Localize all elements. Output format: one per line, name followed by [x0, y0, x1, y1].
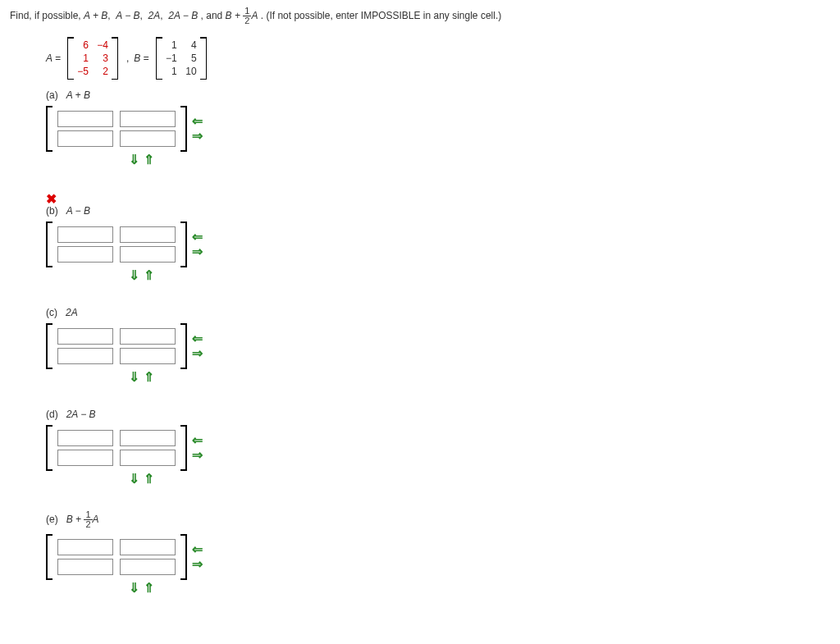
- part-a: (a) A + B ⇐ ⇒ ⇓ ⇑: [46, 89, 830, 167]
- matrix-b-label: B =: [134, 53, 148, 64]
- col-arrows-a[interactable]: ⇐ ⇒: [192, 115, 203, 143]
- remove-row-icon[interactable]: ⇓: [129, 371, 139, 384]
- answer-matrix-c: [46, 323, 187, 369]
- part-e-expr-suffix: A: [93, 514, 99, 525]
- expr-4: 2A − B: [168, 10, 198, 21]
- cell-d-12[interactable]: [120, 430, 176, 446]
- cell-a-11[interactable]: [57, 111, 113, 127]
- row-arrows-e[interactable]: ⇓ ⇑: [128, 582, 830, 595]
- cell-e-21[interactable]: [57, 559, 113, 575]
- cell-c-22[interactable]: [120, 348, 176, 364]
- part-b: (b) A − B ⇐ ⇒ ⇓ ⇑: [46, 205, 830, 282]
- add-col-icon[interactable]: ⇒: [192, 558, 203, 571]
- cell-b-21[interactable]: [57, 246, 113, 263]
- part-a-expr: A + B: [66, 89, 90, 101]
- part-b-expr: A − B: [66, 205, 90, 217]
- row-arrows-a[interactable]: ⇓ ⇑: [128, 153, 830, 167]
- part-e-label: (e): [46, 514, 58, 525]
- part-d: (d) 2A − B ⇐ ⇒ ⇓ ⇑: [46, 409, 830, 486]
- part-d-label: (d): [46, 409, 58, 420]
- fraction-half: 12: [243, 7, 251, 25]
- cell-c-12[interactable]: [120, 328, 176, 345]
- given-matrices: A = 6−4 13 −52 , B = 14 −15 110: [46, 37, 830, 80]
- cell-e-11[interactable]: [57, 539, 113, 555]
- answer-matrix-d: [46, 425, 187, 471]
- cell-b-22[interactable]: [120, 246, 176, 263]
- remove-row-icon[interactable]: ⇓: [129, 582, 139, 595]
- cell-e-22[interactable]: [120, 559, 176, 575]
- expr-1: A + B: [84, 10, 107, 21]
- remove-col-icon[interactable]: ⇐: [192, 115, 203, 128]
- fraction-half-e: 12: [84, 510, 92, 529]
- cell-d-11[interactable]: [57, 430, 113, 446]
- remove-col-icon[interactable]: ⇐: [192, 434, 203, 447]
- answer-matrix-e: [46, 534, 187, 580]
- prompt-and: , and: [201, 10, 226, 21]
- add-col-icon[interactable]: ⇒: [192, 449, 203, 462]
- cell-a-22[interactable]: [120, 130, 176, 147]
- remove-row-icon[interactable]: ⇓: [129, 269, 139, 282]
- part-c: (c) 2A ⇐ ⇒ ⇓ ⇑: [46, 307, 830, 384]
- cell-d-22[interactable]: [120, 450, 176, 466]
- remove-row-icon[interactable]: ⇓: [129, 153, 139, 167]
- cell-b-11[interactable]: [57, 226, 113, 243]
- add-row-icon[interactable]: ⇑: [144, 582, 154, 595]
- remove-row-icon[interactable]: ⇓: [129, 473, 139, 486]
- add-row-icon[interactable]: ⇑: [144, 269, 154, 282]
- part-c-label: (c): [46, 307, 57, 318]
- part-c-expr: 2A: [66, 307, 78, 318]
- col-arrows-e[interactable]: ⇐ ⇒: [192, 543, 203, 571]
- add-col-icon[interactable]: ⇒: [192, 347, 203, 360]
- cell-d-21[interactable]: [57, 450, 113, 466]
- question-prompt: Find, if possible, A + B, A − B, 2A, 2A …: [10, 7, 830, 25]
- prompt-pre: Find, if possible,: [10, 10, 84, 21]
- matrix-a: 6−4 13 −52: [67, 37, 118, 80]
- cell-b-12[interactable]: [120, 226, 176, 243]
- prompt-post: . (If not possible, enter IMPOSSIBLE in …: [261, 10, 501, 21]
- expr-5-suffix: A: [251, 10, 258, 21]
- cell-c-11[interactable]: [57, 328, 113, 345]
- expr-3: 2A: [148, 10, 161, 21]
- row-arrows-c[interactable]: ⇓ ⇑: [128, 371, 830, 384]
- cell-e-12[interactable]: [120, 539, 176, 555]
- add-col-icon[interactable]: ⇒: [192, 130, 203, 143]
- cell-a-12[interactable]: [120, 111, 176, 127]
- part-b-label: (b): [46, 205, 58, 217]
- part-d-expr: 2A − B: [66, 409, 96, 420]
- cell-c-21[interactable]: [57, 348, 113, 364]
- part-e-expr-prefix: B +: [66, 514, 84, 525]
- part-e: (e) B + 12A ⇐ ⇒ ⇓ ⇑: [46, 510, 830, 595]
- col-arrows-d[interactable]: ⇐ ⇒: [192, 434, 203, 462]
- matrix-a-label: A =: [46, 53, 61, 64]
- add-row-icon[interactable]: ⇑: [144, 153, 154, 167]
- answer-matrix-b: [46, 222, 187, 267]
- cell-a-21[interactable]: [57, 130, 113, 147]
- matrix-b: 14 −15 110: [156, 37, 207, 80]
- row-arrows-d[interactable]: ⇓ ⇑: [128, 473, 830, 486]
- part-a-label: (a): [46, 89, 58, 101]
- col-arrows-b[interactable]: ⇐ ⇒: [192, 231, 203, 258]
- answer-matrix-a: [46, 106, 187, 152]
- row-arrows-b[interactable]: ⇓ ⇑: [128, 269, 830, 282]
- add-row-icon[interactable]: ⇑: [144, 371, 154, 384]
- expr-2: A − B: [116, 10, 139, 21]
- separator-comma: ,: [126, 53, 129, 64]
- remove-col-icon[interactable]: ⇐: [192, 231, 203, 244]
- add-col-icon[interactable]: ⇒: [192, 245, 203, 258]
- add-row-icon[interactable]: ⇑: [144, 473, 154, 486]
- remove-col-icon[interactable]: ⇐: [192, 332, 203, 345]
- expr-5-prefix: B +: [226, 10, 244, 21]
- col-arrows-c[interactable]: ⇐ ⇒: [192, 332, 203, 360]
- remove-col-icon[interactable]: ⇐: [192, 543, 203, 556]
